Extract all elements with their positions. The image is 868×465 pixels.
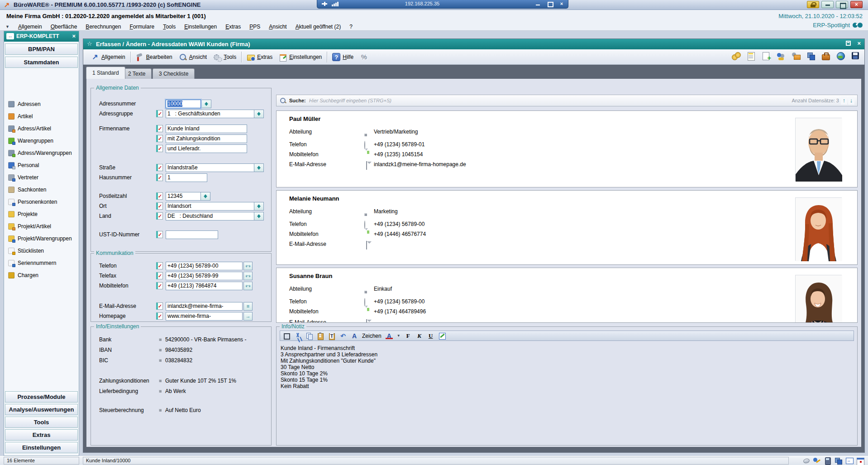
required-check-icon[interactable] [156, 174, 163, 181]
list-report-icon[interactable] [747, 52, 755, 60]
sidebar-item-chargen[interactable]: Chargen [5, 269, 78, 281]
menu-allgemein[interactable]: Allgemein [18, 24, 42, 30]
toolbar-allgemein[interactable]: ↗Allgemein [88, 52, 129, 62]
required-check-icon[interactable] [156, 212, 163, 220]
sidebar-item-projekte[interactable]: Projekte [5, 208, 78, 220]
panel-icon[interactable] [845, 457, 854, 465]
dial-icon[interactable]: ‹·› [243, 272, 253, 280]
record-up-button[interactable]: ↑ [841, 96, 847, 105]
hausnummer-input[interactable]: 1 [166, 173, 207, 182]
sidebar-group-stammdaten[interactable]: Stammdaten [5, 57, 78, 68]
toolbar-einstellungen[interactable]: Einstellungen [276, 52, 325, 62]
tab-checkliste[interactable]: 3 Checkliste [153, 68, 195, 79]
erp-close-icon[interactable]: × [857, 40, 861, 46]
adressgruppe-input[interactable]: 1 : Geschäftskunden [166, 110, 254, 118]
sidebar-item-projekt-artikel[interactable]: Projekt/Artikel [5, 220, 78, 232]
calculator-icon[interactable] [824, 457, 832, 465]
ustid-input[interactable] [166, 230, 218, 239]
sidebar-item-seriennummern[interactable]: Seriennummern [5, 257, 78, 269]
save-icon[interactable] [851, 52, 860, 60]
favorite-star-icon[interactable]: ☆ [87, 40, 92, 47]
required-check-icon[interactable] [156, 164, 163, 171]
firmenname-input-3[interactable]: und Lieferadr. [166, 144, 247, 153]
maximize-button[interactable] [836, 1, 848, 8]
open-link-icon[interactable]: → [243, 312, 253, 321]
sidebar-item-adress-artikel[interactable]: Adress/Artikel [5, 122, 78, 134]
required-check-icon[interactable] [156, 110, 163, 117]
frame-icon[interactable] [283, 332, 290, 340]
font-icon[interactable]: A [351, 332, 358, 340]
remote-close-button[interactable]: × [558, 1, 565, 7]
globe-icon[interactable] [836, 52, 845, 60]
sidebar-group-analyse-auswertungen[interactable]: Analyse/Auswertungen [5, 404, 78, 415]
sidebar-item-vertreter[interactable]: Vertreter [5, 171, 78, 183]
required-check-icon[interactable] [156, 262, 163, 269]
menu-pps[interactable]: PPS [249, 24, 260, 30]
paste-icon[interactable] [317, 332, 324, 340]
mouse-icon[interactable] [802, 457, 810, 465]
sidebar-item-adress-warengruppen[interactable]: Adress/Warengruppen [5, 147, 78, 159]
menu-berechnungen[interactable]: Berechnungen [86, 24, 121, 30]
menu-tools[interactable]: Tools [163, 24, 176, 30]
sidebar-group-einstellungen[interactable]: Einstellungen [5, 442, 78, 453]
telefax-input[interactable]: +49 (1234) 56789-99 [166, 272, 243, 280]
postleitzahl-spinner[interactable] [201, 192, 210, 201]
land-input[interactable]: DE : Deutschland [166, 212, 254, 221]
required-check-icon[interactable] [156, 145, 163, 152]
sidebar-group-prozesse-module[interactable]: Prozesse/Module [5, 391, 78, 403]
sidebar-item-warengruppen[interactable]: Warengruppen [5, 134, 78, 147]
phone-bubble-icon[interactable] [364, 141, 365, 149]
phone-bubble-icon[interactable] [364, 298, 365, 307]
homepage-input[interactable]: www.meine-firma-homepage.de [166, 312, 243, 321]
envelope-icon[interactable] [366, 161, 367, 170]
menu-ansicht[interactable]: Ansicht [269, 24, 286, 30]
menu-caret-icon[interactable]: ▼ [5, 24, 10, 29]
sidebar-item-projekt-warengruppen[interactable]: Projekt/Warengruppen [5, 232, 78, 244]
required-check-icon[interactable] [156, 135, 163, 142]
close-button[interactable]: × [850, 1, 863, 8]
sidebar-item-personal[interactable]: Personal [5, 159, 78, 171]
search-input[interactable]: Hier Suchbegriff eingeben (STRG+S) [309, 98, 391, 103]
copy-icon[interactable] [835, 457, 843, 465]
strasse-input[interactable]: Inlandstraße [166, 163, 254, 172]
sidebar-item-artikel[interactable]: Artikel [5, 110, 78, 122]
sidebar-group-extras[interactable]: Extras [5, 429, 78, 441]
email-menu-icon[interactable]: ≡ [243, 302, 253, 311]
required-check-icon[interactable] [156, 312, 163, 320]
ort-input[interactable]: Inlandsort [166, 202, 254, 211]
dial-icon[interactable]: ‹·› [243, 282, 253, 290]
adressnummer-spinner[interactable] [202, 100, 211, 108]
sidebar-item-personenkonten[interactable]: Personenkonten [5, 196, 78, 208]
firmenname-input-2[interactable]: mit Zahlungskondition [166, 134, 247, 143]
sidebar-item-stuecklisten[interactable]: Stücklisten [5, 244, 78, 257]
remote-minimize-button[interactable] [534, 1, 542, 7]
briefcase-icon[interactable] [821, 52, 830, 60]
envelope-icon[interactable] [366, 241, 367, 249]
bold-icon[interactable]: F [405, 332, 412, 340]
underline-icon[interactable]: U [427, 332, 434, 340]
sidebar-item-sachkonten[interactable]: Sachkonten [5, 183, 78, 196]
required-check-icon[interactable] [156, 231, 163, 238]
remote-maximize-button[interactable] [546, 1, 553, 7]
toolbar-percent[interactable]: % [357, 52, 371, 62]
cut-icon[interactable] [294, 332, 301, 340]
tab-texte[interactable]: 2 Texte [122, 68, 152, 79]
required-check-icon[interactable] [156, 282, 163, 289]
menu-extras[interactable]: Extras [225, 24, 241, 30]
record-down-button[interactable]: ↓ [848, 96, 854, 105]
contacts-icon[interactable] [777, 52, 785, 60]
required-check-icon[interactable] [156, 302, 163, 310]
toolbar-tools[interactable]: Tools [210, 52, 239, 62]
tab-standard[interactable]: 1 Standard [86, 67, 125, 79]
sidebar-group-tools[interactable]: Tools [5, 417, 78, 428]
toolbar-extras[interactable]: Extras [243, 52, 276, 62]
lock-button[interactable] [807, 1, 819, 8]
erp-spotlight-button[interactable]: ERP-Spotlight [813, 22, 863, 29]
postleitzahl-input[interactable]: 12345 [166, 192, 201, 201]
mobiltelefon-input[interactable]: +49 (1213) 7864874 [166, 282, 243, 290]
menu-aktuell-geoeffnet[interactable]: Aktuell geöffnet (2) [296, 24, 341, 30]
paste-text-icon[interactable] [328, 332, 335, 340]
phone-bubble-icon[interactable] [364, 221, 365, 229]
copy-icon[interactable] [806, 52, 815, 60]
user-edit-icon[interactable] [813, 457, 821, 465]
